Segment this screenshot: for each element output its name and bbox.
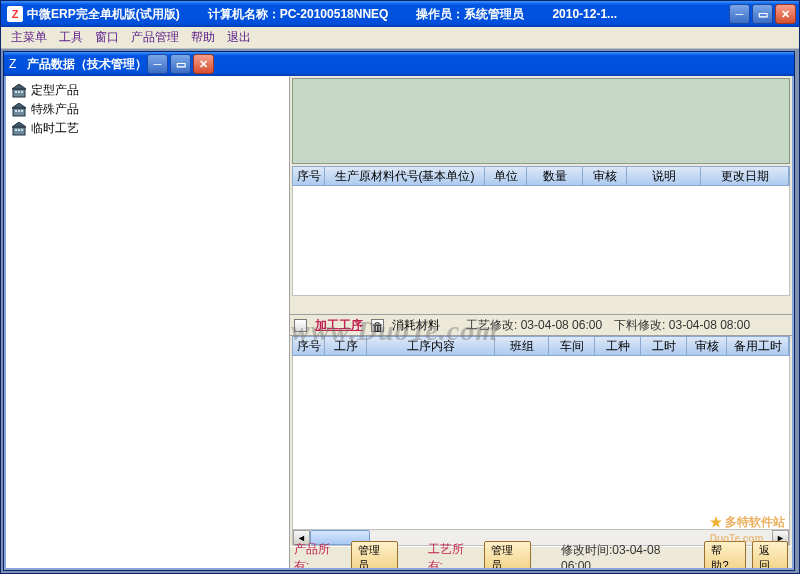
svg-rect-13	[18, 129, 20, 131]
col2-hours[interactable]: 工时	[641, 337, 687, 355]
inner-title-bar: Z 产品数据（技术管理） ─ ▭ ✕	[4, 52, 794, 76]
col-audit[interactable]: 审核	[583, 167, 627, 185]
svg-rect-2	[15, 91, 17, 93]
computer-name-label: 计算机名称：PC-20100518NNEQ	[208, 6, 389, 23]
inner-close-button[interactable]: ✕	[193, 54, 214, 74]
svg-rect-14	[21, 129, 23, 131]
menu-window[interactable]: 窗口	[89, 27, 125, 48]
process-owner-label: 工艺所有:	[428, 541, 479, 571]
upper-table-header: 序号 生产原材料代号(基本单位) 单位 数量 审核 说明 更改日期	[292, 166, 790, 186]
menu-product-manage[interactable]: 产品管理	[125, 27, 185, 48]
col-changedate[interactable]: 更改日期	[701, 167, 789, 185]
lower-table-header: 序号 工序 工序内容 班组 车间 工种 工时 审核 备用工时	[292, 336, 790, 356]
col2-audit[interactable]: 审核	[687, 337, 727, 355]
col2-team[interactable]: 班组	[495, 337, 549, 355]
operator-label: 操作员：系统管理员	[416, 6, 524, 23]
cut-mod-label: 下料修改: 03-04-08 08:00	[614, 317, 750, 334]
tree-item-label: 临时工艺	[31, 120, 79, 137]
menu-tools[interactable]: 工具	[53, 27, 89, 48]
tab-consume-label: 消耗材料	[392, 317, 440, 334]
building-icon	[11, 103, 27, 117]
col2-worktype[interactable]: 工种	[595, 337, 641, 355]
col-qty[interactable]: 数量	[527, 167, 583, 185]
menu-help[interactable]: 帮助	[185, 27, 221, 48]
tab-consume-material[interactable]: 消耗材料	[386, 316, 446, 335]
svg-rect-3	[18, 91, 20, 93]
tree-item[interactable]: 特殊产品	[7, 100, 289, 119]
right-panel: 序号 生产原材料代号(基本单位) 单位 数量 审核 说明 更改日期	[290, 76, 792, 568]
svg-rect-8	[18, 110, 20, 112]
svg-rect-12	[15, 129, 17, 131]
menu-main[interactable]: 主菜单	[5, 27, 53, 48]
inner-maximize-button[interactable]: ▭	[170, 54, 191, 74]
modify-time-label: 修改时间:03-04-08 06:00	[561, 542, 692, 570]
svg-marker-1	[12, 84, 26, 89]
col-seq[interactable]: 序号	[293, 167, 325, 185]
inner-window-controls: ─ ▭ ✕	[147, 54, 214, 74]
col2-workshop[interactable]: 车间	[549, 337, 595, 355]
grid-icon	[294, 319, 307, 332]
help-button[interactable]: 帮助?	[704, 541, 746, 571]
building-icon	[11, 84, 27, 98]
tab-process-label: 加工工序	[315, 317, 363, 334]
tab-process[interactable]: 加工工序	[309, 316, 369, 335]
window-controls: ─ ▭ ✕	[729, 4, 796, 24]
tree-item-label: 定型产品	[31, 82, 79, 99]
svg-rect-9	[21, 110, 23, 112]
col-unit[interactable]: 单位	[485, 167, 527, 185]
svg-rect-4	[21, 91, 23, 93]
product-owner-label: 产品所有:	[294, 541, 345, 571]
process-owner-badge[interactable]: 管理员	[484, 541, 531, 571]
inner-minimize-button[interactable]: ─	[147, 54, 168, 74]
col2-sparehours[interactable]: 备用工时	[727, 337, 789, 355]
product-owner-badge[interactable]: 管理员	[351, 541, 398, 571]
lower-table-area: 序号 工序 工序内容 班组 车间 工种 工时 审核 备用工时 ◄	[292, 336, 790, 546]
back-button[interactable]: 返回	[752, 541, 788, 571]
menu-bar: 主菜单 工具 窗口 产品管理 帮助 退出	[1, 27, 799, 49]
inner-body: 定型产品 特殊产品 临时工艺 序号	[4, 76, 794, 570]
tree-item[interactable]: 临时工艺	[7, 119, 289, 138]
svg-marker-11	[12, 122, 26, 127]
svg-marker-6	[12, 103, 26, 108]
col2-seq[interactable]: 序号	[293, 337, 325, 355]
inner-app-icon: Z	[9, 57, 23, 71]
main-title-bar: Z 中微ERP完全单机版(试用版) 计算机名称：PC-20100518NNEQ …	[1, 1, 799, 27]
inner-title-text: 产品数据（技术管理）	[27, 56, 147, 73]
building-icon	[11, 122, 27, 136]
upper-table-body[interactable]	[292, 186, 790, 296]
mdi-workspace: Z 产品数据（技术管理） ─ ▭ ✕ 定型产品	[1, 49, 799, 573]
preview-box	[292, 78, 790, 164]
close-button[interactable]: ✕	[775, 4, 796, 24]
main-window: Z 中微ERP完全单机版(试用版) 计算机名称：PC-20100518NNEQ …	[0, 0, 800, 574]
date-label: 2010-12-1...	[552, 7, 617, 21]
tree-item-label: 特殊产品	[31, 101, 79, 118]
maximize-button[interactable]: ▭	[752, 4, 773, 24]
tree-item[interactable]: 定型产品	[7, 81, 289, 100]
minimize-button[interactable]: ─	[729, 4, 750, 24]
col-material[interactable]: 生产原材料代号(基本单位)	[325, 167, 485, 185]
svg-rect-7	[15, 110, 17, 112]
product-tree[interactable]: 定型产品 特殊产品 临时工艺	[6, 76, 290, 568]
trash-icon: 🗑	[371, 319, 384, 332]
inner-window: Z 产品数据（技术管理） ─ ▭ ✕ 定型产品	[3, 51, 795, 571]
col-desc[interactable]: 说明	[627, 167, 701, 185]
col2-content[interactable]: 工序内容	[367, 337, 495, 355]
app-icon: Z	[7, 6, 23, 22]
process-mod-label: 工艺修改: 03-04-08 06:00	[466, 317, 602, 334]
app-title: 中微ERP完全单机版(试用版)	[27, 6, 180, 23]
status-bar: 产品所有: 管理员 工艺所有: 管理员 修改时间:03-04-08 06:00 …	[290, 546, 792, 568]
lower-table-body[interactable]	[292, 356, 790, 529]
col2-process[interactable]: 工序	[325, 337, 367, 355]
detail-tab-bar: 加工工序 🗑 消耗材料 工艺修改: 03-04-08 06:00 下料修改: 0…	[290, 314, 792, 336]
menu-exit[interactable]: 退出	[221, 27, 257, 48]
